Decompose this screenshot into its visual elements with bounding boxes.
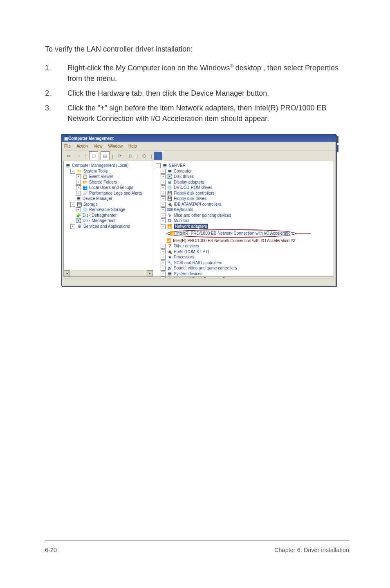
right-tree-item[interactable]: +🔊Sound, video and game controllers [156,265,331,271]
plus-icon[interactable]: + [161,191,166,196]
right-tree-item[interactable]: +■Processors [156,254,331,260]
tb-back-icon[interactable]: ⇦ [64,152,72,160]
device-icon: 💽 [167,174,172,179]
scroll-left-icon[interactable]: ◂ [64,270,70,276]
tree-icon: 📁 [77,169,82,174]
plus-icon[interactable]: + [161,244,166,249]
step-2-num: 2. [45,88,67,99]
menu-help[interactable]: Help [128,144,137,148]
left-tree-item[interactable]: +👥Local Users and Groups [65,185,151,191]
tb-forward-icon[interactable]: → [75,152,83,160]
right-tree-item[interactable]: +🔧SCSI and RAID controllers [156,260,331,266]
right-tree-item[interactable]: +💿DVD/CD-ROM drives [156,185,331,191]
tb-print-icon[interactable]: ⎙ [126,152,134,160]
tree-label: Disk Management [83,218,116,224]
right-tree-item[interactable]: +💻Computer [156,168,331,174]
minus-icon[interactable]: - [70,202,75,207]
menu-file[interactable]: File [64,144,71,148]
left-tree-item[interactable]: +📋Event Viewer [65,174,151,180]
tree-label: Disk Defragmenter [83,213,117,218]
statusbar [63,278,334,285]
tree-icon: 📈 [83,191,87,196]
plus-icon[interactable]: + [161,207,166,212]
plus-icon[interactable]: + [70,224,75,229]
plus-icon[interactable]: + [161,202,166,207]
right-tree-item[interactable]: +🖱Mice and other pointing devices [156,213,331,218]
left-tree-item[interactable]: +📂Shared Folders [65,180,151,185]
menu-view[interactable]: View [94,144,103,148]
left-scrollbar[interactable]: ◂ ▸ [64,270,153,276]
left-tree-item[interactable]: -📁System Tools [65,168,151,174]
plus-icon[interactable]: + [161,174,166,179]
device-label: Sound, video and game controllers [174,265,237,271]
left-root[interactable]: 💻 Computer Management (Local) [65,163,151,168]
plus-icon[interactable]: + [161,185,166,190]
right-tree-item[interactable]: +🖥Monitors [156,218,331,224]
plus-icon[interactable]: + [161,272,166,276]
tree-icon: 📂 [83,180,87,185]
right-tree-item[interactable]: +💻System devices [156,271,331,277]
tb-props-icon[interactable]: ▤ [101,151,110,160]
menu-window[interactable]: Window [108,144,123,148]
app-icon: ▣ [63,136,68,141]
network-adapters[interactable]: − 📶 Network adapters [156,224,331,229]
right-tree-item[interactable]: +💾Floppy disk drives [156,196,331,202]
minus-icon[interactable]: - [70,169,75,174]
plus-icon[interactable]: + [161,180,166,185]
left-tree-item[interactable]: +📈Performance Logs and Alerts [65,191,151,196]
device-icon: ■ [167,255,172,260]
plus-icon[interactable]: + [161,249,166,254]
plus-icon[interactable]: + [161,213,166,218]
left-tree-item[interactable]: +💿Removable Storage [65,207,151,213]
device-label: Other devices [174,243,199,249]
left-tree-item[interactable]: -💾Storage [65,202,151,207]
right-tree-item[interactable]: +🖥Display adapters [156,180,331,185]
right-tree-item[interactable]: +🔌Ports (COM & LPT) [156,249,331,255]
left-tree-item[interactable]: 💽Disk Management [65,218,151,224]
tb-selected-icon[interactable] [154,152,162,160]
footer-page: 6-20 [45,547,57,553]
right-root[interactable]: − 💻 SERVER [156,163,331,168]
intro-text: To verify the LAN controller driver inst… [45,45,349,54]
minus-icon[interactable]: − [161,224,166,229]
right-tree-item[interactable]: +❓Other devices [156,243,331,249]
tb-up-icon[interactable]: ▢ [89,151,98,160]
left-pane: 💻 Computer Management (Local) -📁System T… [63,161,153,277]
nic-2[interactable]: 📶 Intel(R) PRO/1000 EB Network Connectio… [156,238,331,244]
plus-icon[interactable]: + [76,174,81,179]
plus-icon[interactable]: + [161,196,166,201]
tb-refresh-icon[interactable]: ⟳ [115,152,123,160]
plus-icon[interactable]: + [76,185,81,190]
minus-icon[interactable]: − [156,163,161,168]
nic-icon: 📶 [170,231,175,236]
tb-help-icon[interactable]: ⌬ [140,152,148,160]
highlighted-nic[interactable]: 📶 Intel(R) PRO/1000 EB Network Connectio… [156,229,331,238]
device-icon: 🖥 [167,180,172,185]
plus-icon[interactable]: + [161,266,166,271]
right-tree-item[interactable]: +⌨Keyboards [156,207,331,213]
left-tree-item[interactable]: 💻Device Manager [65,196,151,202]
device-icon: 🔌 [167,202,172,207]
left-tree-item[interactable]: +⚙Services and Applications [65,224,151,229]
page-footer: 6-20 Chapter 6: Driver installation [45,540,349,553]
device-label: Display adapters [174,180,204,185]
plus-icon[interactable]: + [76,191,81,196]
right-tree-item[interactable]: +💾Floppy disk controllers [156,191,331,196]
device-icon: 🔌 [167,249,172,254]
plus-icon[interactable]: + [76,180,81,185]
menu-action[interactable]: Action [76,144,88,148]
plus-icon[interactable]: + [161,169,166,174]
plus-icon[interactable]: + [161,255,166,260]
step-1-body: Right-click the My Computer icon on the … [67,63,349,84]
network-icon: 📶 [167,224,172,229]
right-tree-item[interactable]: +🔌IDE ATA/ATAPI controllers [156,202,331,207]
plus-icon[interactable]: + [76,207,81,212]
plus-icon[interactable]: + [161,260,166,265]
left-tree-item[interactable]: 🧩Disk Defragmenter [65,213,151,218]
tree-icon: 💾 [77,202,82,207]
scroll-right-icon[interactable]: ▸ [147,270,153,276]
device-label: Mice and other pointing devices [174,213,231,218]
plus-icon[interactable]: + [161,218,166,223]
device-icon: 🖥 [167,218,172,223]
right-tree-item[interactable]: +💽Disk drives [156,174,331,180]
